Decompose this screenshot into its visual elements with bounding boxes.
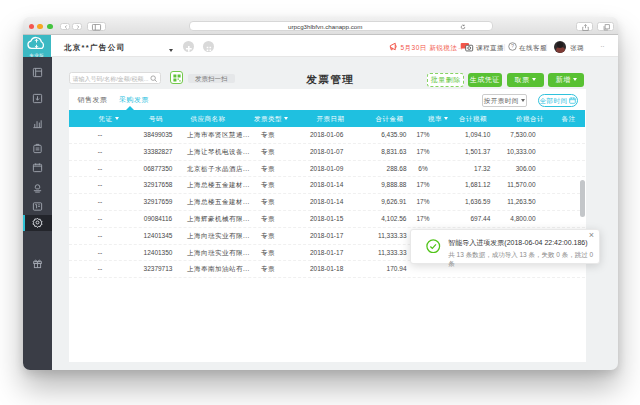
svg-text:?: ? (511, 44, 514, 50)
